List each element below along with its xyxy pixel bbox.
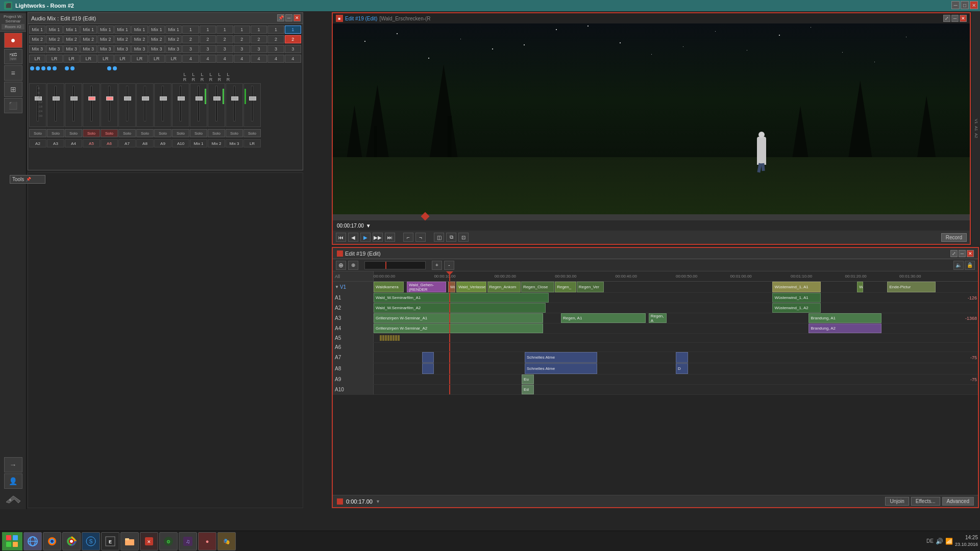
taskbar-firefox[interactable]	[43, 532, 61, 550]
sidebar-tool-2[interactable]: 🎬	[4, 49, 22, 64]
ch-a7-mix2[interactable]: Mix 2	[114, 35, 131, 43]
ch-a3-lr[interactable]: LR	[46, 55, 62, 63]
ctrl-mark-out[interactable]: ¬	[415, 233, 426, 242]
ch-a4-mix3[interactable]: Mix 3	[63, 45, 80, 53]
fader-a3-handle[interactable]	[53, 96, 60, 101]
ctrl-to-end[interactable]: ⏭	[385, 233, 395, 242]
close-btn[interactable]: ✕	[970, 1, 978, 9]
ch-n6[interactable]: 1	[267, 26, 284, 34]
clip-a7-1[interactable]	[422, 352, 434, 363]
clip-ende[interactable]: Ende-Pictur	[887, 282, 936, 292]
fader-a6-handle[interactable]	[106, 96, 113, 101]
ch-m3-n7[interactable]: 3	[285, 45, 301, 53]
ch-a7-mix3[interactable]: Mix 3	[114, 45, 131, 53]
tl-remove-track[interactable]: -	[444, 261, 454, 270]
ch-lr-4d[interactable]: 4	[234, 55, 250, 63]
ch-a3-mix3[interactable]: Mix 3	[46, 45, 62, 53]
fader-a5-handle[interactable]	[88, 96, 95, 101]
sidebar-tool-5[interactable]: ⬛	[4, 98, 22, 113]
ch-lr-4c[interactable]: 4	[216, 55, 233, 63]
clip-regen-close[interactable]: Regen_Close	[521, 282, 554, 292]
ch-a9-mix1[interactable]: Mix 1	[149, 26, 165, 34]
clip-wustenwind-a2[interactable]: Wüstenwind_1, A2	[772, 303, 821, 313]
ch-lr-4a[interactable]: 4	[182, 55, 199, 63]
clip-a7-3[interactable]	[676, 352, 688, 363]
clip-grill-a2[interactable]: Grillenzirpen W-Seminar_A2	[374, 323, 543, 333]
panel-close[interactable]: ✕	[293, 14, 301, 21]
tl-add-track[interactable]: +	[432, 261, 442, 270]
solo-lr[interactable]: Solo	[243, 129, 261, 137]
ch-a5-lr[interactable]: LR	[80, 55, 96, 63]
preview-scrub[interactable]	[333, 214, 970, 220]
clip-regen-ver[interactable]: Regen_Ver	[577, 282, 604, 292]
solo-a10[interactable]: Solo	[172, 129, 189, 137]
clip-a10-ed[interactable]: Ed	[522, 385, 534, 394]
clip-schnelles-a7[interactable]: Schnelles Atme	[525, 352, 597, 363]
ch-a2-lr[interactable]: LR	[29, 55, 45, 63]
ctrl-play[interactable]: ▶	[360, 233, 371, 242]
clip-schnelles-a8[interactable]: Schnelles Atme	[525, 363, 597, 374]
ch-m2-n1[interactable]: 2	[182, 35, 199, 43]
ch-lr-4b[interactable]: 4	[200, 55, 216, 63]
ch-a9-mix2[interactable]: Mix 2	[149, 35, 165, 43]
solo-a9[interactable]: Solo	[154, 129, 172, 137]
ch-a5-mix3[interactable]: Mix 3	[80, 45, 96, 53]
ch-a8-lr[interactable]: LR	[131, 55, 148, 63]
fader-mix3-handle[interactable]	[231, 96, 238, 101]
start-button[interactable]	[2, 532, 22, 550]
ch-a5-mix2[interactable]: Mix 2	[80, 35, 96, 43]
ch-a10-lr[interactable]: LR	[165, 55, 182, 63]
ch-a4-mix2[interactable]: Mix 2	[63, 35, 80, 43]
clip-wald-sem-a2[interactable]: Wald_W.Seminarfilm_A2	[374, 303, 546, 313]
taskbar-app5[interactable]: 🎭	[217, 532, 236, 550]
clip-wustenwind-v1[interactable]: Wüstenwind_1, A1	[772, 282, 821, 292]
ch-a2-mix1[interactable]: Mix 1	[29, 26, 45, 34]
ch-m2-n7-active[interactable]: 2	[285, 35, 301, 43]
clip-a8-1[interactable]	[422, 363, 434, 374]
clip-brandung-a2[interactable]: Brandung, A2	[808, 323, 881, 333]
ch-n4[interactable]: 1	[234, 26, 250, 34]
taskbar-chrome[interactable]	[62, 532, 81, 550]
ch-n7-active[interactable]: 1	[285, 26, 301, 34]
ch-a8-mix3[interactable]: Mix 3	[131, 45, 148, 53]
ch-a3-mix2[interactable]: Mix 2	[46, 35, 62, 43]
taskbar-epic[interactable]: E	[101, 532, 119, 550]
advanced-button[interactable]: Advanced	[942, 497, 974, 506]
ch-a9-mix3[interactable]: Mix 3	[149, 45, 165, 53]
preview-close[interactable]: ✕	[960, 15, 967, 22]
fader-lr-handle[interactable]	[249, 96, 256, 101]
fader-a10-handle[interactable]	[178, 96, 185, 101]
ch-n3[interactable]: 1	[216, 26, 233, 34]
fader-a4-handle[interactable]	[70, 96, 78, 101]
ch-a3-mix1[interactable]: Mix 1	[46, 26, 62, 34]
clip-wald-verlasse[interactable]: Wald_Verlasse	[456, 282, 486, 292]
solo-a5[interactable]: Solo	[83, 129, 100, 137]
preview-minimize[interactable]: ─	[951, 15, 959, 22]
taskbar-app4[interactable]: ●	[198, 532, 216, 550]
tl-scrubbar[interactable]	[364, 261, 426, 269]
ctrl-mode-3[interactable]: ⊡	[458, 233, 469, 242]
ch-m3-n2[interactable]: 3	[200, 45, 216, 53]
ch-a2-mix3[interactable]: Mix 3	[29, 45, 45, 53]
ctrl-mode-1[interactable]: ◫	[434, 233, 444, 242]
solo-mix2[interactable]: Solo	[208, 129, 225, 137]
ch-m2-n5[interactable]: 2	[251, 35, 267, 43]
taskbar-folder[interactable]	[120, 532, 139, 550]
clip-wustenwind-a1[interactable]: Wüstenwind_1, A1	[772, 293, 821, 303]
taskbar-steam[interactable]: S	[82, 532, 100, 550]
ch-m2-n4[interactable]: 2	[234, 35, 250, 43]
fader-a7-handle[interactable]	[124, 96, 131, 101]
solo-a4[interactable]: Solo	[65, 129, 82, 137]
ch-m3-n1[interactable]: 3	[182, 45, 199, 53]
timeline-expand[interactable]: ⤢	[950, 250, 958, 257]
effects-button[interactable]: Effects...	[911, 497, 940, 506]
sidebar-tool-7[interactable]: 👤	[4, 473, 22, 489]
solo-mix1[interactable]: Solo	[190, 129, 207, 137]
ch-a4-lr[interactable]: LR	[63, 55, 80, 63]
solo-a7[interactable]: Solo	[118, 129, 136, 137]
tl-audio-sync[interactable]: 🔈	[953, 261, 964, 270]
preview-time-dropdown[interactable]: ▼	[366, 223, 371, 229]
ch-a2-mix2[interactable]: Mix 2	[29, 35, 45, 43]
timeline-close[interactable]: ✕	[967, 250, 974, 257]
ch-a6-lr[interactable]: LR	[97, 55, 114, 63]
